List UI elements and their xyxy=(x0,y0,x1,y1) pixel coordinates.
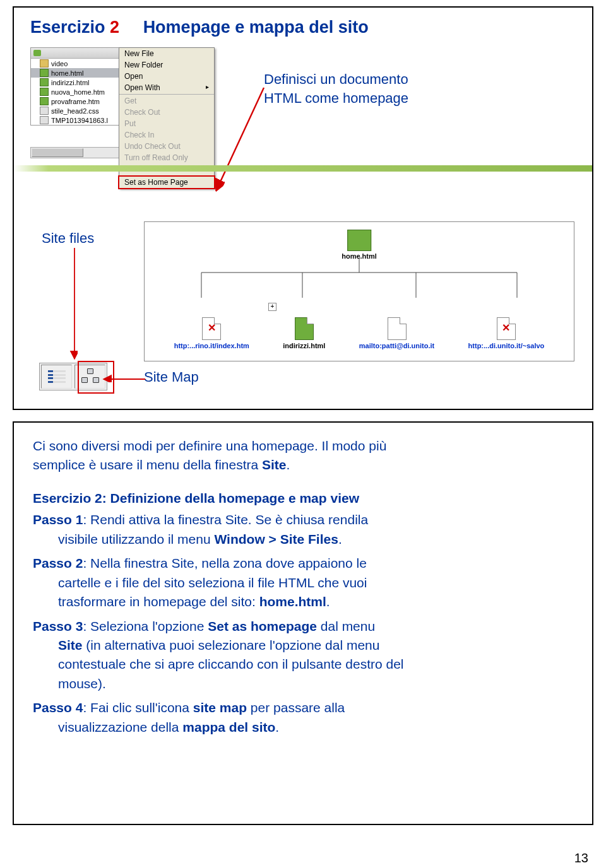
step3-d: mouse). xyxy=(58,676,106,691)
menu-item-get: Get xyxy=(119,95,214,107)
sitemap-node-label: http:...di.unito.it/~salvo xyxy=(468,342,545,349)
step3-c: contestuale che si apre cliccando con il… xyxy=(58,657,404,671)
menu-separator xyxy=(119,94,214,95)
menu-item-open[interactable]: Open xyxy=(119,71,214,82)
file-label: stile_head2.css xyxy=(51,107,99,115)
step4-label: Passo 4 xyxy=(33,700,83,715)
sitemap-node-label: http:...rino.it/index.htm xyxy=(174,342,249,349)
menu-item-new-file[interactable]: New File xyxy=(119,48,214,59)
home-file-icon xyxy=(347,230,371,251)
step-4: Passo 4: Fai clic sull'icona site map pe… xyxy=(33,698,573,737)
file-tree-item[interactable]: home.html xyxy=(31,68,119,78)
horizontal-scrollbar[interactable] xyxy=(30,147,120,158)
arrow-site-map xyxy=(101,373,152,385)
file-tree-item[interactable]: indirizzi.html xyxy=(31,78,119,87)
file-label: home.html xyxy=(51,69,83,77)
file-tree-panel: videohome.htmlindirizzi.htmlnuova_home.h… xyxy=(30,47,120,126)
file-tree-item[interactable]: video xyxy=(31,59,119,68)
menu-item-new-folder[interactable]: New Folder xyxy=(119,59,214,71)
menu-item-undo-check-out: Undo Check Out xyxy=(119,141,214,152)
sitemap-root: home.html xyxy=(342,230,377,260)
file-icon xyxy=(40,116,49,124)
step1-b-pre: visibile utilizzando il menu xyxy=(58,532,214,546)
svg-line-0 xyxy=(217,88,264,189)
page-icon xyxy=(388,317,407,340)
step1-label: Passo 1 xyxy=(33,512,83,527)
step1-b-bold: Window > Site Files xyxy=(214,532,338,546)
page-icon xyxy=(202,317,221,340)
page-icon xyxy=(295,317,314,340)
file-tree-item[interactable]: stile_head2.css xyxy=(31,106,119,115)
step3-a-bold: Set as homepage xyxy=(208,619,317,633)
file-tree-item[interactable]: TMP1013941863.l xyxy=(31,115,119,125)
sitemap-root-label: home.html xyxy=(342,252,377,260)
step3-b-post: (in alternativa puoi selezionare l'opzio… xyxy=(83,638,380,652)
tree-icon xyxy=(81,368,99,385)
step3-label: Passo 3 xyxy=(33,619,83,633)
intro-paragraph: Ci sono diversi modi per definire una ho… xyxy=(33,437,573,475)
lower-illustration: Site files home.html + xyxy=(30,221,576,417)
file-tree-header xyxy=(31,48,119,59)
arrow-to-menu-item xyxy=(213,69,365,195)
step2-c-bold: home.html xyxy=(259,594,326,609)
step4-b-pre: visualizzazione della xyxy=(58,720,182,734)
step2-c-post: . xyxy=(326,594,330,609)
arrow-site-files xyxy=(68,244,81,364)
upper-illustration: videohome.htmlindirizzi.htmlnuova_home.h… xyxy=(30,47,576,211)
site-map-label: Site Map xyxy=(144,369,199,385)
menu-item-open-with[interactable]: Open With xyxy=(119,82,214,93)
file-icon xyxy=(40,78,49,86)
list-icon xyxy=(48,370,66,384)
menu-item-turn-off-read-only: Turn off Read Only xyxy=(119,152,214,163)
menu-item-check-out: Check Out xyxy=(119,107,214,118)
file-label: indirizzi.html xyxy=(51,79,90,86)
step1-b-post: . xyxy=(338,532,342,546)
slide1-heading: Esercizio 2 Homepage e mappa del sito xyxy=(30,18,576,37)
divider-bar xyxy=(14,165,592,172)
file-label: provaframe.htm xyxy=(51,98,100,105)
heading-label: Esercizio xyxy=(30,18,105,37)
exercise-heading: Esercizio 2: Definizione della homepage … xyxy=(33,489,573,508)
menu-item-check-in: Check In xyxy=(119,129,214,141)
sitemap-node: http:...rino.it/index.htm xyxy=(174,317,249,349)
sitemap-node: mailto:patti@di.unito.it xyxy=(359,317,435,349)
step4-a-pre: : Fai clic sull'icona xyxy=(83,700,193,715)
step3-b-bold: Site xyxy=(58,638,83,652)
file-label: TMP1013941863.l xyxy=(51,117,108,124)
slide-2: Ci sono diversi modi per definire una ho… xyxy=(13,421,593,825)
step4-b-post: . xyxy=(275,720,279,734)
intro-l2-post: . xyxy=(287,457,290,472)
sitemap-frame: home.html + http:...rino.it/index.htmind… xyxy=(144,221,574,361)
file-icon xyxy=(40,107,49,115)
step-2: Passo 2: Nella finestra Site, nella zona… xyxy=(33,554,573,611)
sitemap-node: indirizzi.html xyxy=(283,317,325,349)
expand-icon[interactable]: + xyxy=(268,303,276,311)
file-icon xyxy=(40,88,49,96)
file-icon xyxy=(40,69,49,77)
step3-a-mid: dal menu xyxy=(317,619,375,633)
menu-item-put: Put xyxy=(119,118,214,129)
intro-l2-pre: semplice è usare il menu della finestra xyxy=(33,457,262,472)
sitemap-node-label: indirizzi.html xyxy=(283,342,325,349)
heading-title: Homepage e mappa del sito xyxy=(143,18,369,37)
intro-l1: Ci sono diversi modi per definire una ho… xyxy=(33,438,386,453)
step2-label: Passo 2 xyxy=(33,556,83,570)
page-number: 13 xyxy=(574,851,588,865)
sitemap-node-label: mailto:patti@di.unito.it xyxy=(359,342,435,349)
site-files-button[interactable] xyxy=(41,365,72,389)
heading-number: 2 xyxy=(110,18,119,37)
file-icon xyxy=(40,97,49,105)
step-1: Passo 1: Rendi attiva la finestra Site. … xyxy=(33,510,573,549)
slide-1: Esercizio 2 Homepage e mappa del sito vi… xyxy=(13,6,593,410)
step2-a: : Nella finestra Site, nella zona dove a… xyxy=(83,556,366,570)
intro-l2-bold: Site xyxy=(262,457,287,472)
site-icon xyxy=(33,50,41,56)
step3-a-pre: : Seleziona l'opzione xyxy=(83,619,208,633)
file-tree-item[interactable]: provaframe.htm xyxy=(31,97,119,106)
menu-item-set-as-home-page[interactable]: Set as Home Page xyxy=(118,175,215,189)
file-tree-item[interactable]: nuova_home.htm xyxy=(31,87,119,97)
step4-a-bold: site map xyxy=(193,700,247,715)
page-icon xyxy=(497,317,516,340)
view-toolbar xyxy=(39,363,107,390)
scrollbar-thumb[interactable] xyxy=(32,148,83,157)
